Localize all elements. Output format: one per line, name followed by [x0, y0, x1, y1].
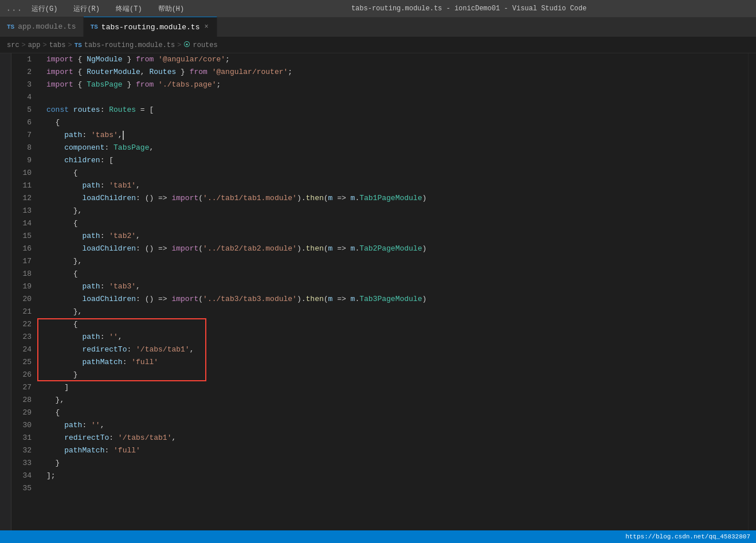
code-line: path: '', — [46, 331, 748, 343]
token-plain: }, — [46, 307, 82, 316]
code-area[interactable]: import { NgModule } from '@angular/core'… — [37, 53, 748, 530]
line-number: 15 — [11, 230, 32, 243]
token-plain: { — [46, 118, 60, 127]
window-title: tabs-routing.module.ts - ionicDemo01 - V… — [187, 5, 750, 13]
menu-help[interactable]: 帮助(H) — [155, 3, 188, 15]
tab-app-module[interactable]: TS app.module.ts — [0, 17, 84, 37]
token-prop: loadChildren — [82, 244, 136, 253]
token-plain: : — [82, 421, 91, 429]
token-plain: ( — [198, 194, 203, 202]
menu-bar[interactable]: 运行(G) 运行(R) 终端(T) 帮助(H) — [28, 3, 187, 15]
token-str: '/tabs/tab1' — [118, 433, 172, 442]
code-line: loadChildren: () => import('../tab3/tab3… — [46, 293, 748, 306]
code-line: path: 'tab2', — [46, 230, 748, 243]
token-plain — [46, 156, 64, 165]
menu-terminal[interactable]: 终端(T) — [112, 3, 146, 15]
token-str: '/tabs/tab1' — [136, 345, 190, 354]
line-number: 26 — [11, 369, 32, 381]
token-fn: then — [306, 194, 324, 202]
token-plain: } — [46, 459, 60, 467]
code-line: loadChildren: () => import('../tab1/tab1… — [46, 192, 748, 205]
code-line: { — [46, 167, 748, 179]
left-gutter — [0, 53, 11, 530]
token-plain: : () => — [136, 295, 171, 303]
token-plain: : — [100, 232, 109, 240]
menu-run2[interactable]: 运行(R) — [70, 3, 103, 15]
token-plain — [46, 282, 82, 291]
code-line: { — [46, 116, 748, 129]
tab-close-button[interactable]: × — [203, 23, 209, 31]
sep4: > — [177, 41, 181, 49]
token-plain: : — [100, 106, 109, 114]
token-plain: , — [140, 68, 150, 76]
token-plain: => — [332, 295, 350, 303]
token-cls: Routes — [109, 106, 136, 114]
token-plain — [46, 131, 64, 139]
editor-main: 1234567891011121314151617181920212223242… — [11, 53, 756, 530]
code-line: ] — [46, 381, 748, 394]
token-str: 'tabs' — [91, 131, 118, 139]
breadcrumb-file: tabs-routing.module.ts — [84, 41, 175, 49]
code-line: children: [ — [46, 154, 748, 167]
token-plain — [46, 194, 82, 202]
token-kw: import — [46, 55, 73, 64]
title-bar: ... 运行(G) 运行(R) 终端(T) 帮助(H) tabs-routing… — [0, 0, 756, 17]
sep1: > — [22, 41, 26, 49]
token-str: 'tab1' — [109, 181, 136, 190]
token-prop: redirectTo — [82, 345, 127, 354]
code-line: }, — [46, 255, 748, 268]
token-plain: : — [127, 345, 136, 354]
token-plain: } — [46, 370, 78, 379]
line-number: 22 — [11, 318, 32, 331]
line-number: 27 — [11, 381, 32, 394]
tab-label-1: app.module.ts — [18, 22, 76, 31]
token-prop: component — [64, 143, 104, 152]
menu-run1[interactable]: 运行(G) — [28, 3, 61, 15]
token-plain: ) — [422, 194, 426, 202]
token-plain: , — [190, 345, 194, 354]
token-plain: { — [46, 219, 78, 228]
ts-badge-1: TS — [7, 24, 14, 30]
line-number: 8 — [11, 142, 32, 154]
line-number: 5 — [11, 104, 32, 116]
token-prop: pathMatch — [82, 358, 122, 366]
token-prop: path — [82, 232, 100, 240]
token-kw: import — [171, 194, 198, 202]
token-plain: : — [109, 433, 118, 442]
code-line: { — [46, 407, 748, 419]
line-number: 11 — [11, 179, 32, 192]
token-kw: import — [46, 68, 73, 76]
token-plain: }, — [46, 396, 64, 404]
token-kw: from — [136, 80, 154, 89]
tab-tabs-routing[interactable]: TS tabs-routing.module.ts × — [84, 17, 217, 37]
token-kw2: const — [46, 106, 69, 114]
tab-label-2: tabs-routing.module.ts — [101, 23, 200, 32]
token-kw: import — [171, 244, 198, 253]
token-plain — [46, 181, 82, 190]
code-line: import { TabsPage } from './tabs.page'; — [46, 79, 748, 91]
token-plain — [46, 421, 64, 429]
token-plain: , — [100, 421, 105, 429]
token-prop: path — [64, 421, 82, 429]
code-line — [46, 91, 748, 104]
token-plain — [154, 80, 158, 89]
line-numbers: 1234567891011121314151617181920212223242… — [11, 53, 37, 530]
token-plain: : — [100, 282, 109, 291]
token-prop: loadChildren — [82, 295, 136, 303]
line-number: 21 — [11, 306, 32, 318]
line-number: 19 — [11, 280, 32, 293]
token-id: Routes — [149, 68, 176, 76]
token-plain — [69, 106, 73, 114]
line-number: 9 — [11, 154, 32, 167]
line-number: 1 — [11, 53, 32, 66]
code-line: path: '', — [46, 419, 748, 432]
token-cls: Tab3PageModule — [359, 295, 422, 303]
breadcrumb-routes-icon: ⦿ — [183, 41, 190, 49]
code-line: pathMatch: 'full' — [46, 356, 748, 369]
scrollbar[interactable] — [748, 53, 756, 530]
code-line: const routes: Routes = [ — [46, 104, 748, 116]
token-plain — [46, 232, 82, 240]
code-line: import { NgModule } from '@angular/core'… — [46, 53, 748, 66]
token-plain — [46, 345, 82, 354]
token-plain: : [ — [100, 156, 113, 165]
